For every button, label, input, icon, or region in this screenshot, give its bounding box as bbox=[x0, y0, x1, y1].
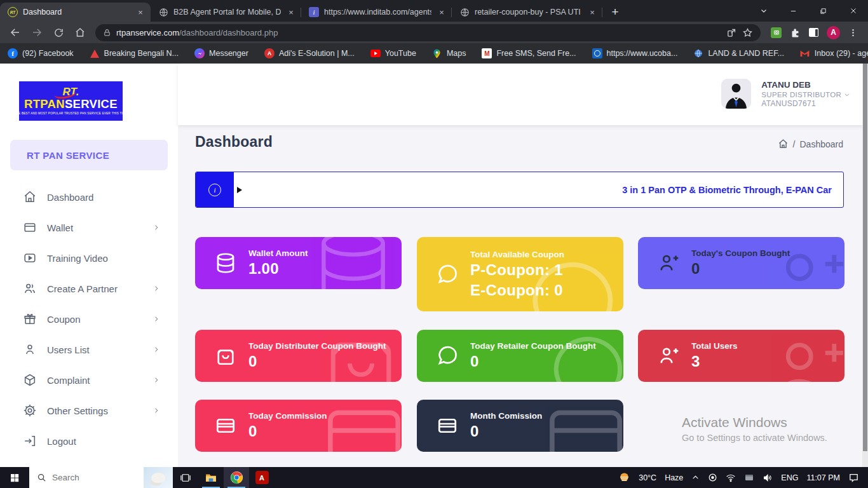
language-indicator[interactable]: ENG bbox=[781, 473, 798, 482]
stat-value: 0 bbox=[248, 423, 327, 440]
brand-pill[interactable]: RT PAN SERVICE bbox=[10, 140, 168, 170]
restore-button[interactable] bbox=[808, 0, 838, 22]
search-input[interactable] bbox=[52, 473, 122, 482]
notice-text: 3 in 1 Pan OTP & Biometric Through, E-PA… bbox=[622, 185, 832, 195]
activate-windows-watermark: Activate Windows Go to Settings to activ… bbox=[682, 415, 827, 443]
weather-temp[interactable]: 30°C bbox=[639, 473, 656, 482]
address-bar[interactable]: rtpanservice.com/dashboard/dashboard.php bbox=[95, 24, 761, 41]
extensions-puzzle-icon[interactable] bbox=[790, 27, 801, 38]
sidebar-item-training-video[interactable]: Training Video bbox=[0, 243, 178, 273]
speaker-icon[interactable] bbox=[763, 473, 773, 483]
facebook-icon: f bbox=[8, 48, 18, 58]
back-button[interactable] bbox=[6, 24, 24, 41]
sidebar-item-complaint[interactable]: Complaint bbox=[0, 365, 178, 395]
sidebar-item-create-a-partner[interactable]: Create A Partner bbox=[0, 273, 178, 304]
bookmark-adis-esolution[interactable]: A Adi's E-Solution | M... bbox=[264, 48, 355, 58]
screenshot-extension-icon[interactable] bbox=[771, 27, 782, 38]
display-icon[interactable] bbox=[744, 473, 754, 483]
bookmark-maps[interactable]: Maps bbox=[432, 48, 466, 58]
page-scrollbar[interactable] bbox=[862, 64, 868, 467]
side-panel-icon[interactable] bbox=[809, 28, 818, 37]
bookmark-land-ref[interactable]: LAND & LAND REF... bbox=[693, 48, 783, 58]
search-bear-image bbox=[144, 467, 173, 488]
clock[interactable]: 11:07 PM bbox=[806, 473, 840, 482]
tab-search-chevron-icon[interactable] bbox=[749, 0, 778, 22]
stat-value: 0 bbox=[470, 423, 542, 440]
stat-card-total-users: Total Users 3 bbox=[638, 330, 844, 382]
sidebar-item-label: Users List bbox=[47, 344, 153, 355]
bookmark-facebook[interactable]: f (92) Facebook bbox=[8, 48, 74, 58]
weather-condition[interactable]: Haze bbox=[665, 473, 683, 482]
taskbar-search-box[interactable] bbox=[29, 467, 173, 488]
bookmark-free-sms[interactable]: M Free SMS, Send Fre... bbox=[482, 48, 576, 58]
bookmark-youtube[interactable]: YouTube bbox=[370, 48, 416, 58]
new-tab-button[interactable]: + bbox=[606, 3, 624, 21]
tab-title: retailer-coupon-buy - PSA UTI [P bbox=[475, 8, 582, 17]
action-center-icon[interactable] bbox=[848, 472, 859, 483]
weather-haze-icon[interactable] bbox=[618, 471, 630, 484]
bookmark-label: Messenger bbox=[209, 49, 248, 58]
sidebar-item-wallet[interactable]: Wallet bbox=[0, 212, 178, 243]
task-view-button[interactable] bbox=[173, 467, 198, 488]
meet-now-icon[interactable] bbox=[708, 473, 717, 482]
tab-close-icon[interactable]: × bbox=[587, 7, 597, 17]
chrome-button[interactable] bbox=[224, 467, 249, 488]
page-title: Dashboard bbox=[195, 133, 273, 151]
window-controls bbox=[749, 0, 868, 22]
tab-close-icon[interactable]: × bbox=[135, 7, 146, 17]
start-button[interactable] bbox=[0, 467, 29, 488]
forward-button[interactable] bbox=[28, 24, 46, 41]
sidebar-item-dashboard[interactable]: Dashboard bbox=[0, 182, 178, 212]
bookmark-label: (92) Facebook bbox=[22, 49, 74, 58]
home-button[interactable] bbox=[71, 24, 89, 41]
sidebar-item-logout[interactable]: Logout bbox=[0, 426, 178, 456]
tab-retailer-coupon[interactable]: retailer-coupon-buy - PSA UTI [P × bbox=[452, 3, 602, 22]
stat-value-p-coupon: P-Coupon: 1 bbox=[470, 261, 564, 279]
chevron-right-icon bbox=[153, 224, 160, 231]
stat-card-today-commission: Today Commission 0 bbox=[195, 400, 402, 452]
bookmark-breaking-bengali[interactable]: Breaking Bengali N... bbox=[90, 48, 179, 58]
tab-dashboard[interactable]: RT Dashboard × bbox=[0, 3, 151, 22]
breadcrumb-home-icon[interactable] bbox=[778, 139, 789, 149]
system-tray: 30°C Haze ENG 11:07 PM bbox=[618, 467, 868, 488]
wallet-icon bbox=[23, 220, 37, 234]
tray-chevron-up-icon[interactable] bbox=[691, 473, 700, 482]
tab-b2b-portal[interactable]: B2B Agent Portal for Mobile, DTH × bbox=[151, 3, 301, 22]
chrome-profile-avatar[interactable]: A bbox=[827, 26, 840, 39]
minimize-button[interactable] bbox=[778, 0, 808, 22]
bookmark-label: Free SMS, Send Fre... bbox=[496, 49, 576, 58]
extensions-cluster: A bbox=[767, 26, 862, 39]
tab-close-icon[interactable]: × bbox=[437, 7, 447, 17]
sidebar-item-other-settings[interactable]: Other Settings bbox=[0, 395, 178, 426]
user-plus-icon bbox=[657, 344, 680, 367]
info-icon: i bbox=[208, 184, 221, 196]
scrollbar-thumb[interactable] bbox=[863, 64, 867, 451]
chevron-right-icon bbox=[153, 407, 160, 414]
tab-inditab[interactable]: i https://www.inditab.com/agents/ × bbox=[301, 3, 452, 22]
sidebar-item-users-list[interactable]: Users List bbox=[0, 334, 178, 365]
chrome-menu-icon[interactable] bbox=[848, 28, 858, 37]
user-menu[interactable]: ATANU DEB SUPER DISTRIBUTOR ATANUSD7671 bbox=[721, 79, 850, 109]
file-explorer-button[interactable] bbox=[198, 467, 224, 488]
close-button[interactable] bbox=[838, 0, 868, 22]
bookmark-label: Breaking Bengali N... bbox=[104, 49, 179, 58]
rtpan-logo[interactable]: RT. RTPANSERVICE THE BEST AND MOST POPUL… bbox=[19, 81, 123, 121]
news-triangle-icon bbox=[90, 48, 100, 58]
chevron-down-icon bbox=[844, 92, 850, 98]
user-name: ATANU DEB bbox=[761, 80, 850, 90]
stat-card-wallet-amount: Wallet Amount 1.00 bbox=[195, 237, 402, 289]
sidebar-item-coupon[interactable]: Coupon bbox=[0, 304, 178, 334]
share-icon[interactable] bbox=[726, 27, 737, 38]
stat-label: Today's Coupon Bought bbox=[691, 248, 790, 258]
bookmark-star-icon[interactable] bbox=[742, 27, 753, 38]
stat-label: Today Distributer Coupon Bought bbox=[248, 341, 386, 351]
wifi-icon[interactable] bbox=[726, 473, 736, 483]
acrobat-button[interactable]: A bbox=[249, 467, 275, 488]
people-icon bbox=[23, 281, 37, 295]
bookmark-messenger[interactable]: Messenger bbox=[194, 48, 248, 58]
bookmark-ucoba[interactable]: https://www.ucoba... bbox=[592, 48, 678, 58]
reload-button[interactable] bbox=[50, 24, 67, 41]
tab-close-icon[interactable]: × bbox=[286, 7, 296, 17]
home-icon bbox=[23, 190, 37, 204]
bookmark-gmail-inbox[interactable]: Inbox (29) - agentat... bbox=[800, 48, 868, 58]
